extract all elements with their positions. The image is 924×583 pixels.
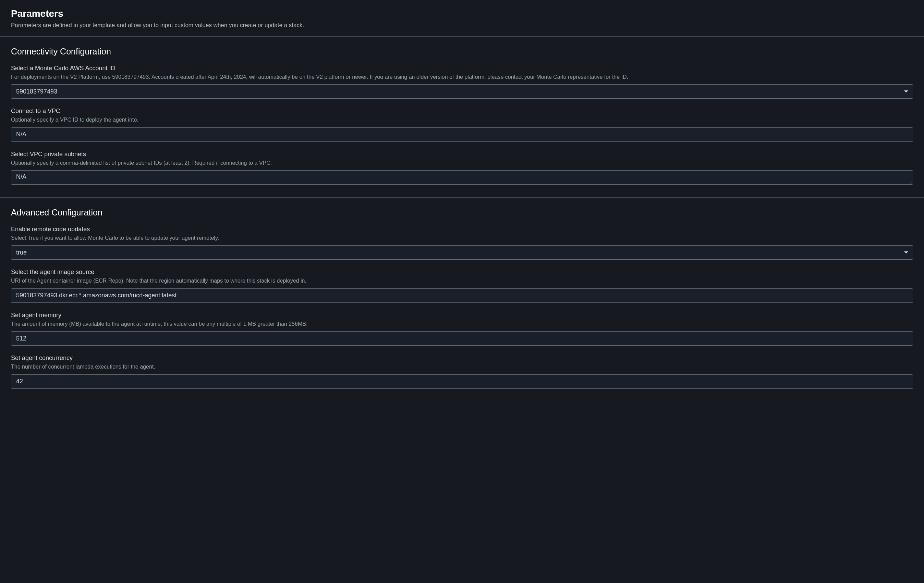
remote-updates-field-group: Enable remote code updates Select True i… xyxy=(11,226,913,260)
subnets-textarea[interactable]: N/A xyxy=(11,170,913,184)
image-source-label: Select the agent image source xyxy=(11,268,913,276)
image-source-input-wrapper xyxy=(11,288,913,303)
memory-field-group: Set agent memory The amount of memory (M… xyxy=(11,312,913,346)
vpc-label: Connect to a VPC xyxy=(11,107,913,115)
subnets-label: Select VPC private subnets xyxy=(11,151,913,158)
account-id-description: For deployments on the V2 Platform, use … xyxy=(11,73,913,81)
concurrency-input[interactable] xyxy=(11,374,913,389)
remote-updates-description: Select True if you want to allow Monte C… xyxy=(11,234,913,242)
vpc-input[interactable] xyxy=(11,127,913,142)
vpc-input-wrapper xyxy=(11,127,913,142)
memory-description: The amount of memory (MB) available to t… xyxy=(11,320,913,328)
concurrency-label: Set agent concurrency xyxy=(11,354,913,362)
image-source-field-group: Select the agent image source URI of the… xyxy=(11,268,913,303)
account-id-label: Select a Monte Carlo AWS Account ID xyxy=(11,65,913,72)
account-id-select-wrapper: 590183797493 xyxy=(11,84,913,99)
memory-input[interactable] xyxy=(11,331,913,346)
subnets-field-group: Select VPC private subnets Optionally sp… xyxy=(11,151,913,186)
concurrency-description: The number of concurrent lambda executio… xyxy=(11,363,913,371)
page-header: Parameters Parameters are defined in you… xyxy=(0,0,924,36)
image-source-description: URI of the Agent container image (ECR Re… xyxy=(11,277,913,285)
concurrency-input-wrapper xyxy=(11,374,913,389)
account-id-field-group: Select a Monte Carlo AWS Account ID For … xyxy=(11,65,913,99)
remote-updates-select-wrapper: true xyxy=(11,245,913,260)
page-description: Parameters are defined in your template … xyxy=(11,21,913,30)
memory-input-wrapper xyxy=(11,331,913,346)
vpc-field-group: Connect to a VPC Optionally specify a VP… xyxy=(11,107,913,142)
account-id-select[interactable]: 590183797493 xyxy=(11,84,913,99)
advanced-section: Advanced Configuration Enable remote cod… xyxy=(0,197,924,400)
subnets-description: Optionally specify a comma-delimited lis… xyxy=(11,159,913,167)
subnets-input-wrapper: N/A xyxy=(11,170,913,186)
remote-updates-label: Enable remote code updates xyxy=(11,226,913,233)
image-source-input[interactable] xyxy=(11,288,913,303)
connectivity-section: Connectivity Configuration Select a Mont… xyxy=(0,36,924,197)
memory-label: Set agent memory xyxy=(11,312,913,319)
remote-updates-select[interactable]: true xyxy=(11,245,913,260)
parameters-page: Parameters Parameters are defined in you… xyxy=(0,0,924,400)
advanced-section-title: Advanced Configuration xyxy=(11,208,913,217)
concurrency-field-group: Set agent concurrency The number of conc… xyxy=(11,354,913,389)
page-title: Parameters xyxy=(11,8,913,19)
vpc-description: Optionally specify a VPC ID to deploy th… xyxy=(11,116,913,124)
connectivity-section-title: Connectivity Configuration xyxy=(11,46,913,56)
